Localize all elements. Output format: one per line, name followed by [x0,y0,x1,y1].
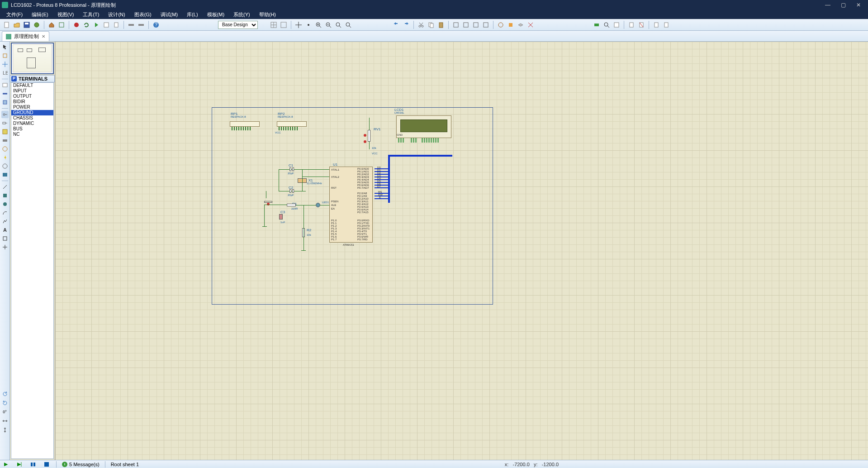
junction-dot-icon[interactable] [1,61,9,68]
redo-icon[interactable] [402,21,410,29]
text-2d-icon[interactable]: A [1,226,9,234]
schematic-icon[interactable] [57,21,66,29]
reset-button[interactable] [267,203,270,205]
search-icon[interactable] [602,21,611,29]
selection-mode-icon[interactable] [1,43,9,51]
help-icon[interactable]: ? [152,21,160,29]
decompose-icon[interactable] [526,21,535,29]
cut-icon[interactable] [417,21,425,29]
layers-icon[interactable] [137,21,145,29]
terminal-item-input[interactable]: INPUT [11,88,53,94]
block-copy-icon[interactable] [452,21,460,29]
rv1-wiper-down[interactable] [364,140,366,143]
component-led1[interactable] [316,203,320,207]
terminals-mode-icon[interactable] [1,111,9,118]
pcb-icon[interactable] [72,21,81,29]
remove-sheet-icon[interactable] [637,21,645,29]
menu-tools[interactable]: 工具(T) [78,10,104,19]
tab-schematic[interactable]: 原理图绘制 ✕ [2,31,49,41]
refresh-icon[interactable] [82,21,90,29]
block-rotate-icon[interactable] [472,21,480,29]
home-icon[interactable] [47,21,56,29]
wire-autoroute-icon[interactable] [593,21,601,29]
play-button[interactable]: ▶ [2,461,10,468]
new-icon[interactable] [3,21,11,29]
info-icon[interactable] [102,21,110,29]
component-rp2[interactable] [277,121,307,127]
tape-recorder-icon[interactable] [1,137,9,144]
terminal-item-default[interactable]: DEFAULT [11,83,53,88]
menu-library[interactable]: 库(L) [182,10,202,19]
rv1-wiper-up[interactable] [364,134,366,137]
symbol-2d-icon[interactable] [1,235,9,242]
close-button[interactable]: ✕ [854,2,863,8]
menu-template[interactable]: 模板(M) [203,10,229,19]
text-script-icon[interactable] [1,81,9,89]
zoom-in-icon[interactable] [314,21,323,29]
messages-indicator[interactable]: i 5 Message(s) [62,462,100,467]
bus-icon[interactable] [1,90,9,97]
minimize-button[interactable]: — [824,2,832,8]
new-sheet-icon[interactable] [627,21,636,29]
menu-chart[interactable]: 图表(G) [130,10,156,19]
current-probe-icon[interactable] [1,162,9,170]
menu-file[interactable]: 文件(F) [2,10,27,19]
flip-vertical-icon[interactable] [1,426,9,434]
zoom-all-icon[interactable] [334,21,342,29]
marker-2d-icon[interactable] [1,244,9,251]
import-icon[interactable] [33,21,41,29]
undo-icon[interactable] [392,21,400,29]
play-icon[interactable] [92,21,100,29]
terminal-item-bidir[interactable]: BIDIR [11,99,53,105]
zoom-area-icon[interactable] [344,21,352,29]
flip-horizontal-icon[interactable] [1,417,9,425]
menu-design[interactable]: 设计(N) [104,10,129,19]
menu-system[interactable]: 系统(Y) [229,10,255,19]
component-lcd[interactable] [396,115,451,138]
make-device-icon[interactable] [507,21,515,29]
zoom-out-icon[interactable] [324,21,332,29]
paste-icon[interactable] [437,21,445,29]
terminal-item-bus[interactable]: BUS [11,126,53,132]
component-mode-icon[interactable] [1,52,9,59]
menu-help[interactable]: 帮助(H) [255,10,280,19]
step-button[interactable]: ▶| [15,461,24,468]
subcircuit-icon[interactable] [1,99,9,106]
exit-to-parent-icon[interactable] [652,21,660,29]
component-rp1[interactable] [230,121,260,127]
virtual-instruments-icon[interactable] [1,171,9,178]
overview-window[interactable] [11,43,54,74]
path-2d-icon[interactable] [1,218,9,225]
pick-icon[interactable] [497,21,505,29]
open-icon[interactable] [13,21,21,29]
save-icon[interactable] [23,21,31,29]
component-r1[interactable] [287,204,296,206]
origin-icon[interactable] [294,21,303,29]
terminal-item-power[interactable]: POWER [11,105,53,110]
pan-icon[interactable] [304,21,313,29]
snap-icon[interactable] [280,21,288,29]
box-2d-icon[interactable] [1,192,9,199]
circle-2d-icon[interactable] [1,201,9,208]
zoom-extents-icon[interactable] [127,21,135,29]
goto-sheet-icon[interactable] [662,21,670,29]
grid-toggle-icon[interactable] [270,21,278,29]
graph-mode-icon[interactable] [1,128,9,135]
arc-2d-icon[interactable] [1,209,9,216]
line-2d-icon[interactable] [1,183,9,191]
stop-button[interactable] [43,461,51,468]
rotate-ccw-icon[interactable] [1,399,9,406]
copy-icon[interactable] [427,21,435,29]
generator-icon[interactable] [1,145,9,153]
property-icon[interactable] [612,21,621,29]
wire-label-icon[interactable]: LBL [1,69,9,76]
terminal-item-ground[interactable]: GROUND [11,110,53,115]
maximize-button[interactable]: ▢ [839,2,847,8]
design-variant-combo[interactable]: Base Design [218,21,258,29]
tab-close-icon[interactable]: ✕ [42,34,45,39]
schematic-canvas[interactable]: RP1 RESPACK-8 RP2 RESPACK-8 VCC LCD1 LM0… [55,42,868,460]
terminal-item-dynamic[interactable]: DYNAMIC [11,121,53,126]
voltage-probe-icon[interactable] [1,154,9,161]
terminal-item-chassis[interactable]: CHASSIS [11,115,53,121]
block-delete-icon[interactable] [482,21,490,29]
